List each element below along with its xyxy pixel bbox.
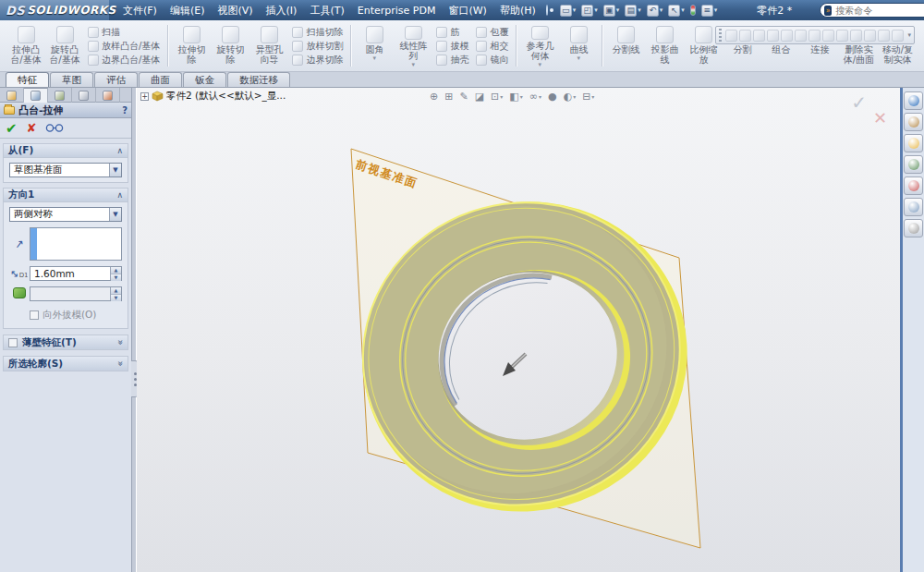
file-explorer-tab[interactable]: [904, 134, 923, 152]
menu-help[interactable]: 帮助(H): [493, 1, 542, 20]
view-palette-tab[interactable]: [904, 155, 923, 174]
confirm-cancel-button[interactable]: ✕: [873, 108, 887, 128]
tab-surfaces[interactable]: 曲面: [139, 72, 182, 87]
tab-features[interactable]: 特征: [6, 72, 49, 87]
floating-toolbar-icon-4[interactable]: [767, 30, 779, 42]
draft-icon[interactable]: [9, 287, 30, 301]
lofted-boss-base-button[interactable]: 放样凸台/基体: [86, 39, 162, 53]
tree-root-label[interactable]: 零件2 (默认<<默认>_显...: [166, 90, 286, 103]
revolved-boss-base-button[interactable]: 旋转凸 台/基体: [45, 23, 84, 68]
save-button[interactable]: ▣▾: [602, 4, 622, 18]
floating-toolbar-icon-10[interactable]: [850, 30, 862, 42]
panel-splitter[interactable]: [131, 88, 136, 572]
draft-angle-field[interactable]: ▲▼: [30, 286, 122, 301]
floating-toolbar-icon-3[interactable]: [753, 30, 765, 42]
menu-pin-icon[interactable]: [546, 5, 548, 16]
zoom-fit-icon[interactable]: ⊕: [428, 90, 440, 103]
floating-toolbar-icon-1[interactable]: [725, 30, 737, 42]
menu-window[interactable]: 窗口(W): [442, 1, 492, 20]
floating-toolbar-icon-12[interactable]: [878, 30, 890, 42]
display-style-icon[interactable]: ◧▾: [507, 90, 524, 103]
tab-sketch[interactable]: 草图: [50, 72, 93, 87]
view-orientation-icon[interactable]: ⊡▾: [489, 90, 505, 103]
configuration-manager-tab[interactable]: [48, 88, 72, 103]
confirm-ok-button[interactable]: ✓: [851, 91, 867, 114]
draft-button[interactable]: 拔模: [434, 39, 470, 53]
shell-button[interactable]: 抽壳: [434, 53, 470, 67]
featuremanager-tree-tab[interactable]: [0, 88, 24, 103]
menu-enterprise-pdm[interactable]: Enterprise PDM: [351, 2, 443, 19]
curves-button[interactable]: 曲线▾: [559, 23, 598, 68]
floating-toolbar-icon-6[interactable]: [795, 30, 807, 42]
intersect-button[interactable]: 相交: [474, 39, 510, 53]
thin-feature-group-header[interactable]: 薄壁特征(T) »: [3, 335, 128, 350]
floating-toolbar-icon-2[interactable]: [739, 30, 751, 42]
rib-button[interactable]: 筋: [434, 25, 470, 39]
floating-toolbar-dropdown-icon[interactable]: ▾: [907, 31, 911, 39]
direction-selection-box[interactable]: [30, 227, 122, 261]
section-view-icon[interactable]: ◪: [473, 90, 486, 103]
detailed-preview-icon[interactable]: [45, 123, 66, 133]
viewport-canvas[interactable]: 前视基准面: [137, 88, 900, 572]
end-condition-select[interactable]: 两侧对称 ▼: [9, 207, 122, 222]
reverse-direction-icon[interactable]: ↗: [8, 237, 30, 252]
document-manager-tab[interactable]: [904, 219, 923, 237]
menu-tools[interactable]: 工具(T): [303, 1, 350, 20]
extruded-boss-base-button[interactable]: 拉伸凸 台/基体: [6, 23, 45, 68]
dimxpert-tab[interactable]: [72, 88, 96, 103]
ok-button[interactable]: ✔: [6, 120, 18, 137]
solidworks-resources-tab[interactable]: [904, 91, 923, 110]
fillet-button[interactable]: 圆角▾: [355, 23, 394, 68]
swept-cut-button[interactable]: 扫描切除: [290, 25, 345, 39]
direction1-group-header[interactable]: 方向1 ∧: [4, 189, 128, 202]
thin-feature-checkbox[interactable]: [8, 338, 18, 347]
menu-edit[interactable]: 编辑(E): [164, 1, 212, 20]
tab-evaluate[interactable]: 评估: [94, 72, 138, 87]
mirror-button[interactable]: 镜向: [474, 53, 510, 67]
project-curve-button[interactable]: 投影曲 线: [645, 23, 684, 68]
graphics-viewport[interactable]: 前视基准面 + 零件2 (默认<<默认>_显... ⊕⊞✎◪⊡▾◧▾∞▾●◐▾⊟…: [137, 88, 900, 572]
search-input[interactable]: [835, 6, 924, 16]
edit-appearance-icon[interactable]: ●: [546, 90, 559, 103]
toolbar-grip[interactable]: [719, 29, 722, 42]
hole-wizard-button[interactable]: 异型孔 向导: [249, 23, 288, 68]
floating-toolbar-icon-11[interactable]: [864, 30, 876, 42]
depth-field[interactable]: 1.60mm ▲▼: [30, 266, 122, 281]
cancel-button[interactable]: ✘: [27, 121, 37, 135]
reference-geometry-button[interactable]: 参考几 何体▾: [520, 23, 559, 68]
select-button[interactable]: ↖▾: [666, 4, 687, 18]
draft-outward-checkbox[interactable]: [30, 310, 39, 320]
feature-tree-flyout[interactable]: + 零件2 (默认<<默认>_显...: [140, 90, 286, 103]
selected-contours-group-header[interactable]: 所选轮廓(S) »: [3, 356, 128, 371]
rebuild-button[interactable]: [688, 4, 698, 17]
floating-toolbar-icon-8[interactable]: [822, 30, 834, 42]
undo-button[interactable]: ↶▾: [645, 4, 665, 18]
floating-toolbar-icon-9[interactable]: [836, 30, 848, 42]
menu-file[interactable]: 文件(F): [116, 1, 164, 20]
tree-expander-icon[interactable]: +: [140, 92, 149, 101]
view-settings-icon[interactable]: ⊟▾: [580, 90, 596, 103]
lofted-cut-button[interactable]: 放样切割: [290, 39, 345, 53]
wrap-button[interactable]: 包覆: [474, 25, 510, 39]
open-button[interactable]: ◰▾: [579, 4, 600, 18]
linear-pattern-button[interactable]: 线性阵 列▾: [394, 23, 432, 68]
tab-data-migration[interactable]: 数据迁移: [227, 72, 290, 87]
draft-spinner[interactable]: ▲▼: [110, 287, 121, 300]
floating-toolbar-icon-7[interactable]: [808, 30, 821, 42]
design-library-tab[interactable]: [904, 113, 923, 131]
zoom-area-icon[interactable]: ⊞: [443, 90, 455, 103]
depth-spinner[interactable]: ▲▼: [110, 267, 121, 280]
boundary-boss-base-button[interactable]: 边界凸台/基体: [86, 53, 162, 67]
options-button[interactable]: ≡▾: [699, 4, 720, 18]
floating-toolbar-icon-5[interactable]: [781, 30, 793, 42]
hide-show-items-icon[interactable]: ∞▾: [528, 90, 543, 103]
revolved-cut-button[interactable]: 旋转切 除: [211, 23, 249, 68]
tab-sheet-metal[interactable]: 钣金: [183, 72, 226, 87]
property-manager-help-icon[interactable]: ?: [122, 105, 128, 116]
new-button[interactable]: ▭▾: [558, 4, 578, 18]
menu-insert[interactable]: 插入(I): [260, 1, 304, 20]
apply-scene-icon[interactable]: ◐▾: [562, 90, 578, 103]
floating-toolbar-icon-13[interactable]: [892, 30, 904, 42]
previous-view-icon[interactable]: ✎: [457, 90, 469, 103]
menu-view[interactable]: 视图(V): [211, 1, 259, 20]
